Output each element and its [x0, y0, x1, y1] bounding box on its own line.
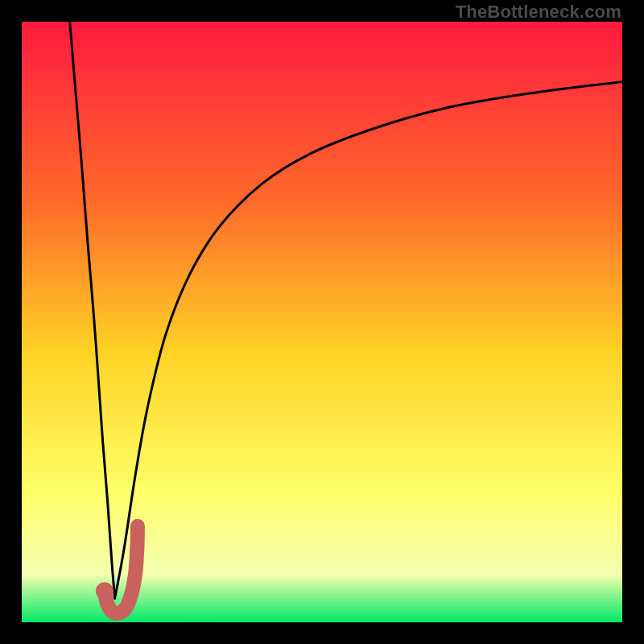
plot-area	[22, 22, 622, 622]
chart-svg	[22, 22, 622, 622]
chart-marker-dot	[96, 582, 114, 600]
watermark-text: TheBottleneck.com	[456, 2, 621, 23]
chart-frame: TheBottleneck.com	[0, 0, 644, 644]
gradient-background	[22, 22, 622, 622]
